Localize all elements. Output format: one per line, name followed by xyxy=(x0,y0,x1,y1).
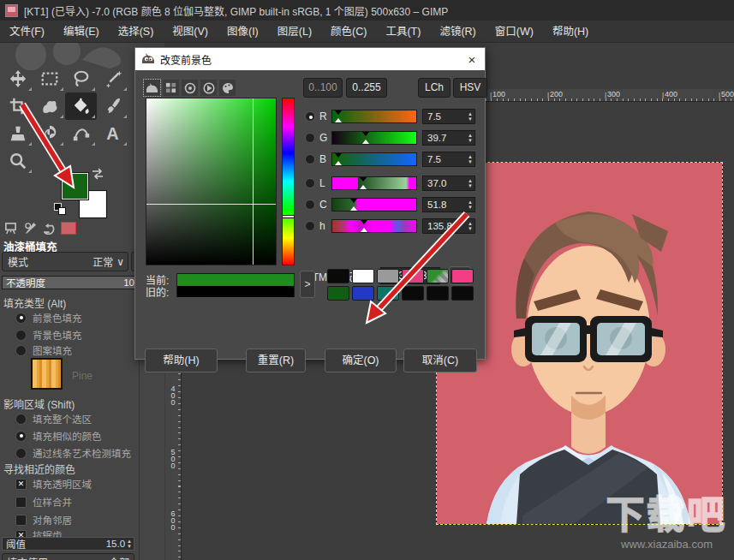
fill-type-fg-radio[interactable]: 前景色填充 xyxy=(15,311,82,325)
smudge-tool-icon[interactable] xyxy=(33,120,65,147)
spin-down-icon[interactable]: ▼ xyxy=(468,159,473,164)
menu-edit[interactable]: 编辑(E) xyxy=(54,21,109,43)
channel-value[interactable]: 7.5 xyxy=(423,154,468,164)
cmyk-selector-tab-icon[interactable] xyxy=(163,80,179,96)
menu-view[interactable]: 视图(V) xyxy=(163,21,218,43)
history-expander-button[interactable]: > xyxy=(300,271,315,298)
close-icon[interactable]: × xyxy=(459,52,485,67)
bucket-fill-tool-icon[interactable] xyxy=(65,92,97,120)
fill-whole-selection-radio[interactable]: 填充整个选区 xyxy=(15,412,92,426)
history-swatch[interactable] xyxy=(327,286,349,301)
radio-icon[interactable] xyxy=(305,111,315,122)
crop-tool-icon[interactable] xyxy=(2,92,33,120)
palette-selector-tab-icon[interactable] xyxy=(219,80,236,96)
menu-tools[interactable]: 工具(T) xyxy=(376,21,430,43)
fill-type-bg-radio[interactable]: 背景色填充 xyxy=(15,328,82,342)
fill-transparent-checkbox[interactable]: ✕ 填充透明区域 xyxy=(15,477,92,491)
channel-slider-b[interactable] xyxy=(331,152,417,166)
menu-layer[interactable]: 图层(L) xyxy=(268,21,321,43)
pattern-swatch[interactable] xyxy=(31,358,63,390)
channel-slider-l[interactable] xyxy=(331,176,417,190)
gimp-selector-tab-icon[interactable] xyxy=(144,80,160,96)
radio-icon[interactable] xyxy=(305,178,315,188)
channel-slider-g[interactable] xyxy=(331,131,417,145)
channel-value[interactable]: 7.5 xyxy=(423,111,468,122)
menu-select[interactable]: 选择(S) xyxy=(109,21,164,43)
radio-icon[interactable] xyxy=(305,133,315,143)
radio-icon[interactable] xyxy=(305,154,315,164)
scale-0-100-button[interactable]: 0..100 xyxy=(303,78,343,98)
swap-colors-icon[interactable] xyxy=(91,168,104,183)
history-swatch[interactable] xyxy=(451,269,474,283)
history-swatch[interactable] xyxy=(352,286,374,301)
spinner[interactable]: ▲ ▼ xyxy=(127,539,134,549)
warp-tool-icon[interactable] xyxy=(33,92,65,120)
image-thumbnail-tab-icon[interactable] xyxy=(61,222,76,235)
paintbrush-tool-icon[interactable] xyxy=(97,92,128,120)
radio-icon[interactable] xyxy=(305,200,315,210)
checkbox-label: 位样合并 xyxy=(33,495,72,509)
history-swatch[interactable] xyxy=(377,286,399,301)
device-status-tab-icon[interactable] xyxy=(21,221,39,235)
airbrush-tool-icon[interactable] xyxy=(2,120,33,147)
fill-type-pattern-radio[interactable]: 图案填充 xyxy=(15,343,72,357)
spin-down-icon[interactable]: ▼ xyxy=(468,183,473,188)
fill-by-dropdown[interactable]: 填充使用 全部 xyxy=(2,553,134,560)
move-tool-icon[interactable] xyxy=(2,65,33,92)
free-select-tool-icon[interactable] xyxy=(65,65,97,92)
history-swatch[interactable] xyxy=(402,269,424,283)
paths-tool-icon[interactable] xyxy=(65,120,97,147)
reset-button[interactable]: 重置(R) xyxy=(246,349,306,372)
mode-dropdown[interactable]: 模式 正常 ∨ xyxy=(2,252,128,271)
tool-options-tab-icon[interactable] xyxy=(2,221,19,235)
spin-down-icon[interactable]: ▼ xyxy=(468,138,473,143)
channel-value[interactable]: 37.0 xyxy=(423,178,468,188)
text-tool-icon[interactable]: A xyxy=(97,120,128,147)
history-swatch[interactable] xyxy=(402,286,424,301)
spin-down-icon[interactable]: ▼ xyxy=(468,226,473,231)
spin-down-icon[interactable]: ▼ xyxy=(468,116,473,122)
menu-help[interactable]: 帮助(H) xyxy=(543,21,598,43)
channel-value[interactable]: 39.7 xyxy=(423,133,468,143)
fuzzy-select-tool-icon[interactable] xyxy=(97,65,128,92)
scale-0-255-button[interactable]: 0..255 xyxy=(346,78,387,98)
ok-button[interactable]: 确定(O) xyxy=(325,349,397,372)
sample-merged-checkbox[interactable]: 位样合并 xyxy=(15,495,72,509)
channel-value[interactable]: 51.8 xyxy=(423,200,468,210)
history-swatch[interactable] xyxy=(352,269,374,283)
hue-strip[interactable] xyxy=(282,98,295,265)
zoom-tool-icon[interactable] xyxy=(2,147,33,175)
channel-value[interactable]: 135.8 xyxy=(423,221,468,231)
watercolor-selector-tab-icon[interactable] xyxy=(182,80,198,96)
history-swatch[interactable] xyxy=(377,269,399,283)
spin-down-icon[interactable]: ▼ xyxy=(127,544,132,549)
channel-slider-c[interactable] xyxy=(331,198,417,211)
menu-file[interactable]: 文件(F) xyxy=(0,21,54,43)
help-button[interactable]: 帮助(H) xyxy=(145,349,218,372)
diagonal-neighbors-checkbox[interactable]: 对角邻居 xyxy=(15,513,72,527)
color-select-square[interactable] xyxy=(146,98,277,265)
channel-slider-h[interactable] xyxy=(331,219,417,233)
history-swatch[interactable] xyxy=(427,286,449,301)
hsv-button[interactable]: HSV xyxy=(453,78,487,98)
channel-slider-r[interactable] xyxy=(331,110,417,123)
threshold-slider[interactable]: 阈值 15.0 ▲ ▼ xyxy=(2,537,134,551)
spin-down-icon[interactable]: ▼ xyxy=(468,205,473,210)
undo-history-tab-icon[interactable] xyxy=(41,221,58,235)
menu-colors[interactable]: 颜色(C) xyxy=(321,21,376,43)
dialog-title-bar[interactable]: 改变前景色 × xyxy=(135,48,485,70)
menu-filters[interactable]: 滤镜(R) xyxy=(430,21,485,43)
cancel-button[interactable]: 取消(C) xyxy=(403,349,477,372)
lch-button[interactable]: LCh xyxy=(418,78,451,98)
menu-image[interactable]: 图像(I) xyxy=(218,21,268,43)
history-swatch[interactable] xyxy=(451,286,474,301)
rectangle-select-tool-icon[interactable] xyxy=(33,65,65,92)
menu-windows[interactable]: 窗口(W) xyxy=(486,21,543,43)
fill-similar-colors-radio[interactable]: 填充相似的颜色 xyxy=(15,429,102,443)
wheel-selector-tab-icon[interactable] xyxy=(200,80,217,96)
history-swatch[interactable] xyxy=(327,269,349,283)
radio-icon[interactable] xyxy=(305,221,315,231)
foreground-color-swatch[interactable] xyxy=(62,173,88,200)
fill-line-art-radio[interactable]: 通过线条艺术检测填充 xyxy=(15,446,131,460)
history-swatch[interactable] xyxy=(427,269,449,283)
